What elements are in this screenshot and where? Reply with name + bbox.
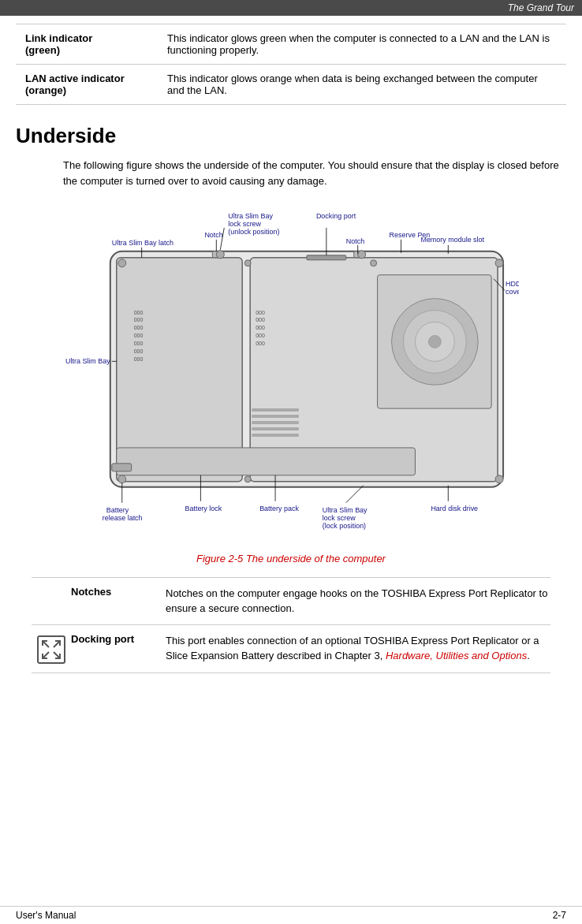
- svg-line-75: [54, 652, 60, 658]
- hardware-utilities-link[interactable]: Hardware, Utilities and Options: [386, 650, 527, 661]
- svg-text:Ultra Slim Bay: Ultra Slim Bay: [323, 506, 367, 514]
- svg-rect-35: [307, 255, 346, 260]
- desc-row-docking-port: Docking port This port enables connectio…: [32, 624, 550, 673]
- svg-text:000: 000: [134, 348, 144, 354]
- svg-point-37: [358, 251, 366, 259]
- diagram-container: 000 000 000 000 000 000 000 000 000 000 …: [63, 204, 519, 545]
- svg-point-36: [216, 251, 224, 259]
- label-cell-lan: LAN active indicator(orange): [16, 65, 158, 105]
- svg-point-26: [118, 259, 126, 267]
- svg-line-76: [54, 641, 60, 647]
- section-heading-underside: Underside: [16, 124, 566, 148]
- svg-text:000: 000: [134, 341, 144, 346]
- svg-point-28: [118, 475, 126, 483]
- svg-rect-23: [252, 421, 299, 424]
- svg-line-67: [346, 486, 364, 503]
- underside-diagram: 000 000 000 000 000 000 000 000 000 000 …: [63, 204, 519, 542]
- svg-text:lock screw: lock screw: [323, 514, 356, 522]
- page-header: The Grand Tour: [0, 0, 582, 16]
- svg-text:cover screws: cover screws: [506, 288, 519, 296]
- svg-point-31: [371, 260, 377, 266]
- docking-port-term: Docking port: [71, 633, 166, 645]
- svg-line-77: [43, 652, 49, 658]
- svg-rect-24: [252, 427, 299, 430]
- svg-text:Battery pack: Battery pack: [259, 505, 299, 512]
- table-row: Link indicator(green) This indicator glo…: [16, 24, 566, 65]
- notches-term: Notches: [71, 586, 166, 598]
- svg-text:Notch: Notch: [346, 237, 364, 245]
- svg-text:000: 000: [134, 356, 144, 362]
- desc-row-notches: Notches Notches on the computer engage h…: [32, 577, 550, 624]
- main-content: Link indicator(green) This indicator glo…: [0, 24, 582, 673]
- svg-rect-22: [252, 415, 299, 418]
- docking-port-definition: This port enables connection of an optio…: [166, 633, 550, 664]
- svg-text:HDD pack: HDD pack: [506, 280, 519, 288]
- svg-text:000: 000: [256, 310, 265, 315]
- svg-text:Docking port: Docking port: [316, 212, 356, 220]
- desc-cell-link: This indicator glows green when the comp…: [158, 24, 566, 65]
- svg-text:000: 000: [134, 325, 144, 330]
- svg-rect-8: [117, 448, 416, 475]
- svg-text:000: 000: [256, 341, 265, 346]
- svg-rect-21: [252, 408, 299, 412]
- notches-icon-placeholder: [32, 586, 71, 587]
- label-cell-link: Link indicator(green): [16, 24, 158, 65]
- svg-text:Memory module slot: Memory module slot: [420, 236, 484, 244]
- svg-text:Ultra Slim Bay latch: Ultra Slim Bay latch: [112, 239, 173, 247]
- svg-rect-25: [252, 434, 299, 437]
- svg-text:Ultra Slim Bay: Ultra Slim Bay: [228, 212, 273, 220]
- figure-caption: Figure 2-5 The underside of the computer: [16, 553, 566, 564]
- desc-cell-lan: This indicator glows orange when data is…: [158, 65, 566, 105]
- svg-text:000: 000: [134, 333, 144, 338]
- svg-point-32: [244, 476, 251, 482]
- svg-text:Hard disk drive: Hard disk drive: [431, 505, 478, 512]
- svg-text:lock screw: lock screw: [228, 220, 261, 228]
- svg-text:000: 000: [256, 333, 265, 338]
- page-footer: User's Manual 2-7: [0, 906, 582, 924]
- notches-definition: Notches on the computer engage hooks on …: [166, 586, 550, 617]
- svg-text:000: 000: [256, 317, 265, 322]
- svg-text:Battery: Battery: [106, 506, 129, 514]
- svg-rect-38: [112, 464, 132, 471]
- svg-text:000: 000: [134, 310, 144, 315]
- svg-text:release latch: release latch: [103, 514, 143, 522]
- svg-text:(unlock position): (unlock position): [228, 228, 279, 236]
- svg-text:Ultra Slim Bay: Ultra Slim Bay: [65, 357, 110, 365]
- svg-line-74: [43, 641, 49, 647]
- docking-icon-svg: [36, 635, 66, 665]
- svg-point-30: [244, 260, 251, 266]
- svg-text:(lock position): (lock position): [323, 522, 366, 530]
- svg-text:Notch: Notch: [204, 231, 222, 239]
- intro-text: The following figure shows the underside…: [63, 158, 566, 188]
- docking-port-icon: [32, 633, 71, 665]
- header-title: The Grand Tour: [508, 2, 574, 13]
- description-section: Notches Notches on the computer engage h…: [32, 577, 550, 673]
- table-row: LAN active indicator(orange) This indica…: [16, 65, 566, 105]
- svg-text:000: 000: [134, 317, 144, 322]
- svg-point-29: [495, 475, 503, 483]
- footer-left: User's Manual: [16, 910, 76, 921]
- svg-point-27: [495, 259, 503, 267]
- svg-text:Battery lock: Battery lock: [185, 505, 222, 512]
- info-table: Link indicator(green) This indicator glo…: [16, 24, 566, 105]
- svg-text:000: 000: [256, 325, 265, 330]
- footer-right: 2-7: [553, 910, 566, 921]
- svg-point-7: [428, 335, 441, 348]
